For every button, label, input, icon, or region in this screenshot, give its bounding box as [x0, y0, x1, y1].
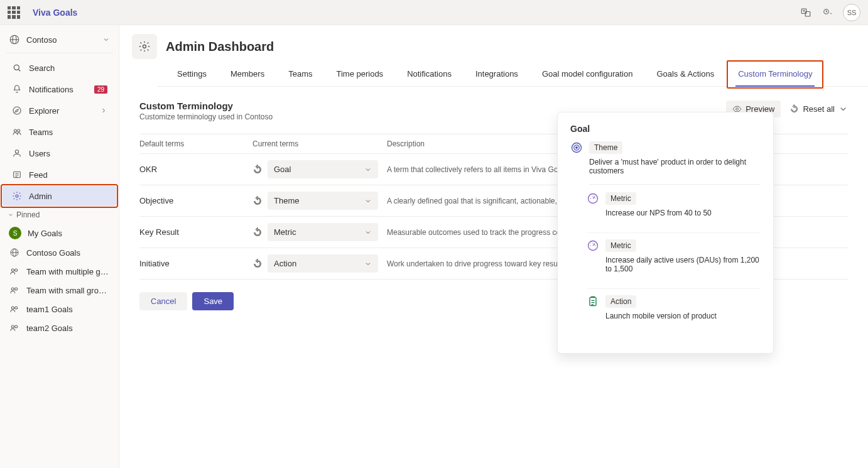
- reset-icon[interactable]: [252, 165, 263, 175]
- pinned-item-my-goals[interactable]: S My Goals: [0, 223, 119, 243]
- tab-custom-terminology[interactable]: Custom Terminology: [735, 65, 815, 86]
- chevron-down-icon: [838, 104, 848, 114]
- tab-time-periods[interactable]: Time periods: [334, 65, 386, 86]
- settings-dropdown-icon[interactable]: [822, 7, 833, 18]
- avatar[interactable]: SS: [843, 4, 860, 21]
- preview-popover: Goal Theme Deliver a 'must have' product…: [557, 112, 774, 354]
- tab-goals-actions[interactable]: Goals & Actions: [654, 65, 717, 86]
- sidebar-label: Explorer: [29, 106, 94, 116]
- reset-icon[interactable]: [252, 259, 263, 269]
- save-button[interactable]: Save: [192, 292, 234, 310]
- tab-members[interactable]: Members: [228, 65, 267, 86]
- preview-chip: Metric: [605, 239, 636, 252]
- sidebar-item-explorer[interactable]: Explorer: [3, 101, 116, 121]
- sidebar-item-notifications[interactable]: Notifications 29: [3, 79, 116, 99]
- pinned-item-contoso-goals[interactable]: Contoso Goals: [0, 243, 119, 262]
- pinned-label: Team with small group t...: [26, 286, 110, 295]
- svg-point-21: [15, 325, 18, 328]
- news-icon: [11, 169, 23, 180]
- term-select[interactable]: Action: [268, 254, 378, 273]
- tab-goal-model-configuration[interactable]: Goal model configuration: [540, 65, 636, 86]
- reset-all-button[interactable]: Reset all: [789, 104, 848, 114]
- pinned-header[interactable]: Pinned: [0, 207, 119, 223]
- preview-heading: Goal: [570, 124, 761, 134]
- app-launcher-icon[interactable]: [8, 6, 20, 19]
- org-switcher[interactable]: Contoso: [0, 30, 119, 49]
- chevron-right-icon: [100, 107, 107, 114]
- svg-point-5: [14, 65, 19, 70]
- pinned-item-team-small[interactable]: Team with small group t...: [0, 281, 119, 300]
- preview-chip: Metric: [605, 192, 636, 205]
- sidebar-item-teams[interactable]: Teams: [3, 122, 116, 142]
- term-default: Objective: [139, 196, 252, 205]
- preview-item: Metric Increase daily active users (DAUs…: [587, 239, 761, 289]
- svg-point-6: [13, 107, 21, 114]
- chevron-down-icon: [364, 166, 372, 173]
- term-select[interactable]: Theme: [268, 192, 378, 210]
- person-icon: [11, 148, 23, 159]
- svg-point-15: [15, 269, 18, 271]
- column-header-current: Current terms: [252, 139, 378, 148]
- reset-icon[interactable]: [252, 227, 263, 237]
- sidebar-label: Search: [29, 63, 107, 73]
- tab-notifications[interactable]: Notifications: [404, 65, 454, 86]
- bell-icon: [11, 84, 23, 95]
- svg-point-19: [15, 307, 18, 309]
- target-icon: [570, 141, 583, 154]
- sidebar-item-search[interactable]: Search: [3, 58, 116, 78]
- people-icon: [11, 126, 23, 138]
- tab-teams[interactable]: Teams: [286, 65, 315, 86]
- people-icon: [9, 266, 20, 277]
- search-icon: [11, 62, 23, 73]
- gauge-icon: [587, 239, 599, 252]
- app-name[interactable]: Viva Goals: [33, 8, 77, 18]
- term-select[interactable]: Goal: [268, 160, 378, 178]
- preview-item: Action Launch mobile version of product: [587, 295, 761, 335]
- compass-icon: [11, 105, 23, 116]
- svg-point-26: [576, 147, 578, 149]
- sidebar-label: Teams: [29, 128, 107, 137]
- sidebar-label: Admin: [29, 192, 107, 201]
- pinned-label: team1 Goals: [26, 305, 73, 314]
- preview-text: Deliver a 'must have' product in order t…: [589, 158, 761, 175]
- people-icon: [9, 303, 20, 315]
- sidebar-item-users[interactable]: Users: [3, 143, 116, 163]
- pinned-item-team-multi[interactable]: Team with multiple grou...: [0, 262, 119, 281]
- globe-icon: [9, 247, 20, 258]
- button-label: Reset all: [803, 104, 835, 114]
- pinned-label: My Goals: [28, 229, 62, 238]
- gauge-icon: [587, 192, 599, 205]
- globe-icon: [9, 34, 20, 45]
- preview-text: Launch mobile version of product: [605, 312, 761, 320]
- people-icon: [9, 285, 20, 296]
- svg-point-16: [11, 288, 14, 290]
- svg-point-11: [16, 195, 18, 197]
- pinned-label: Pinned: [16, 210, 40, 219]
- section-title: Custom Terminology: [139, 101, 273, 111]
- tab-bar: SettingsMembersTeamsTime periodsNotifica…: [157, 59, 868, 87]
- tab-integrations[interactable]: Integrations: [473, 65, 521, 86]
- svg-point-9: [15, 150, 18, 153]
- reset-icon: [789, 104, 799, 114]
- preview-chip: Action: [605, 295, 636, 308]
- page-title: Admin Dashboard: [166, 40, 274, 54]
- pinned-item-team1[interactable]: team1 Goals: [0, 300, 119, 318]
- chevron-down-icon: [102, 36, 110, 43]
- notifications-badge: 29: [94, 85, 107, 94]
- svg-point-18: [11, 307, 14, 309]
- gear-icon: [11, 190, 23, 202]
- term-select[interactable]: Metric: [268, 223, 378, 241]
- translate-icon[interactable]: [800, 7, 811, 18]
- select-value: Metric: [274, 227, 296, 237]
- tab-settings[interactable]: Settings: [175, 65, 209, 86]
- pinned-item-team2[interactable]: team2 Goals: [0, 318, 119, 337]
- svg-point-7: [14, 129, 16, 132]
- clipboard-icon: [587, 295, 599, 308]
- sidebar-item-feed[interactable]: Feed: [3, 165, 116, 185]
- org-name: Contoso: [26, 35, 96, 45]
- cancel-button[interactable]: Cancel: [139, 292, 187, 310]
- svg-point-20: [11, 325, 14, 328]
- reset-icon[interactable]: [252, 196, 263, 206]
- highlight-box: [727, 60, 823, 89]
- sidebar-item-admin[interactable]: Admin: [3, 186, 116, 206]
